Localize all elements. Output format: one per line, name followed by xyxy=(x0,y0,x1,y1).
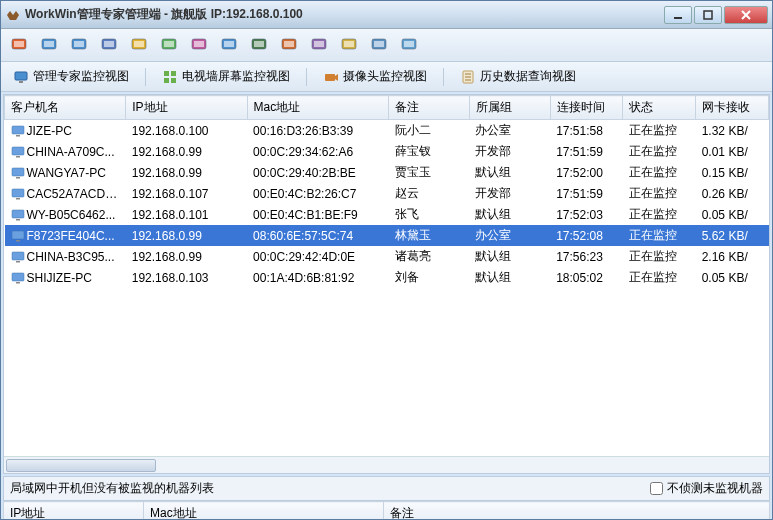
svg-rect-1 xyxy=(704,11,712,19)
col-status[interactable]: 状态 xyxy=(623,96,696,120)
no-detect-checkbox[interactable]: 不侦测未监视机器 xyxy=(650,480,763,497)
svg-rect-43 xyxy=(12,126,24,134)
cell-net: 0.15 KB/ xyxy=(696,162,769,183)
horizontal-scrollbar[interactable] xyxy=(4,456,769,473)
cell-mac: 00:16:D3:26:B3:39 xyxy=(247,120,388,142)
svg-rect-27 xyxy=(344,41,354,47)
cell-net: 0.01 KB/ xyxy=(696,141,769,162)
svg-rect-34 xyxy=(164,71,169,76)
user-icon[interactable] xyxy=(367,33,391,57)
tab-camera[interactable]: 摄像头监控视图 xyxy=(317,66,433,87)
scrollbar-thumb[interactable] xyxy=(6,459,156,472)
table-row[interactable]: SHIJIZE-PC192.168.0.10300:1A:4D:6B:81:92… xyxy=(5,267,769,288)
cell-time: 17:52:08 xyxy=(550,225,623,246)
doc-icon[interactable] xyxy=(337,33,361,57)
svg-rect-5 xyxy=(14,41,24,47)
col-note[interactable]: 备注 xyxy=(389,96,470,120)
cell-note: 阮小二 xyxy=(389,120,470,142)
close-button[interactable] xyxy=(724,6,768,24)
table-row[interactable]: CAC52A7ACD7...192.168.0.10700:E0:4C:B2:2… xyxy=(5,183,769,204)
cell-ip: 192.168.0.107 xyxy=(126,183,247,204)
checkbox-input[interactable] xyxy=(650,482,663,495)
svg-rect-52 xyxy=(16,219,20,221)
cell-group: 办公室 xyxy=(469,120,550,142)
table-row[interactable]: WANGYA7-PC192.168.0.9900:0C:29:40:2B:BE贾… xyxy=(5,162,769,183)
tab-label: 管理专家监控视图 xyxy=(33,68,129,85)
capture-icon[interactable] xyxy=(277,33,301,57)
camera-icon[interactable] xyxy=(307,33,331,57)
cell-status: 正在监控 xyxy=(623,225,696,246)
svg-rect-7 xyxy=(44,41,54,47)
col-time[interactable]: 连接时间 xyxy=(550,96,623,120)
monitor-icon xyxy=(13,69,29,85)
client-table: 客户机名 IP地址 Mac地址 备注 所属组 连接时间 状态 网卡接收 JIZE… xyxy=(4,95,769,288)
help-icon[interactable] xyxy=(397,33,421,57)
cell-mac: 00:E0:4C:B2:26:C7 xyxy=(247,183,388,204)
bcol-ip[interactable]: IP地址 xyxy=(4,502,144,521)
cell-time: 17:51:58 xyxy=(550,120,623,142)
cell-note: 薛宝钗 xyxy=(389,141,470,162)
cell-group: 默认组 xyxy=(469,246,550,267)
svg-rect-13 xyxy=(134,41,144,47)
tab-label: 电视墙屏幕监控视图 xyxy=(182,68,290,85)
screenshot-icon[interactable] xyxy=(7,33,31,57)
col-mac[interactable]: Mac地址 xyxy=(247,96,388,120)
cell-ip: 192.168.0.99 xyxy=(126,141,247,162)
tab-expert-monitor[interactable]: 管理专家监控视图 xyxy=(7,66,135,87)
multi-screen-icon[interactable] xyxy=(67,33,91,57)
cell-name: CAC52A7ACD7... xyxy=(5,183,126,204)
table-row[interactable]: JIZE-PC192.168.0.10000:16:D3:26:B3:39阮小二… xyxy=(5,120,769,142)
cell-mac: 00:0C:29:34:62:A6 xyxy=(247,141,388,162)
svg-rect-53 xyxy=(12,231,24,239)
manage-icon[interactable] xyxy=(157,33,181,57)
unmonitored-table: IP地址 Mac地址 备注 xyxy=(3,501,770,520)
svg-rect-21 xyxy=(254,41,264,47)
cell-mac: 08:60:6E:57:5C:74 xyxy=(247,225,388,246)
svg-rect-15 xyxy=(164,41,174,47)
col-name[interactable]: 客户机名 xyxy=(5,96,126,120)
globe-icon[interactable] xyxy=(247,33,271,57)
table-row[interactable]: WY-B05C6462...192.168.0.10100:E0:4C:B1:B… xyxy=(5,204,769,225)
cell-ip: 192.168.0.99 xyxy=(126,246,247,267)
display-icon[interactable] xyxy=(97,33,121,57)
report-icon[interactable] xyxy=(217,33,241,57)
scan-icon[interactable] xyxy=(187,33,211,57)
table-row[interactable]: CHINA-A709C...192.168.0.9900:0C:29:34:62… xyxy=(5,141,769,162)
cell-note: 诸葛亮 xyxy=(389,246,470,267)
svg-rect-51 xyxy=(12,210,24,218)
window-controls xyxy=(664,6,768,24)
maximize-button[interactable] xyxy=(694,6,722,24)
monitor-icon[interactable] xyxy=(37,33,61,57)
cell-ip: 192.168.0.101 xyxy=(126,204,247,225)
col-net[interactable]: 网卡接收 xyxy=(696,96,769,120)
svg-rect-56 xyxy=(16,261,20,263)
bcol-mac[interactable]: Mac地址 xyxy=(144,502,384,521)
cell-time: 17:52:03 xyxy=(550,204,623,225)
cell-name: WANGYA7-PC xyxy=(5,162,126,183)
table-row[interactable]: F8723FE404C...192.168.0.9908:60:6E:57:5C… xyxy=(5,225,769,246)
cell-name: JIZE-PC xyxy=(5,120,126,142)
bcol-note[interactable]: 备注 xyxy=(384,502,770,521)
svg-rect-9 xyxy=(74,41,84,47)
cell-note: 赵云 xyxy=(389,183,470,204)
tab-tvwall[interactable]: 电视墙屏幕监控视图 xyxy=(156,66,296,87)
table-row[interactable]: CHINA-B3C95...192.168.0.9900:0C:29:42:4D… xyxy=(5,246,769,267)
col-ip[interactable]: IP地址 xyxy=(126,96,247,120)
cell-net: 0.05 KB/ xyxy=(696,204,769,225)
col-group[interactable]: 所属组 xyxy=(469,96,550,120)
svg-rect-45 xyxy=(12,147,24,155)
svg-rect-35 xyxy=(171,71,176,76)
svg-rect-19 xyxy=(224,41,234,47)
minimize-button[interactable] xyxy=(664,6,692,24)
folder-icon[interactable] xyxy=(127,33,151,57)
svg-rect-25 xyxy=(314,41,324,47)
svg-rect-11 xyxy=(104,41,114,47)
view-tabs: 管理专家监控视图 电视墙屏幕监控视图 摄像头监控视图 历史数据查询视图 xyxy=(1,62,772,92)
tab-label: 摄像头监控视图 xyxy=(343,68,427,85)
cell-status: 正在监控 xyxy=(623,120,696,142)
cell-time: 17:51:59 xyxy=(550,141,623,162)
tab-history[interactable]: 历史数据查询视图 xyxy=(454,66,582,87)
svg-rect-37 xyxy=(171,78,176,83)
bottom-bar: 局域网中开机但没有被监视的机器列表 不侦测未监视机器 xyxy=(3,476,770,501)
cell-time: 17:52:00 xyxy=(550,162,623,183)
